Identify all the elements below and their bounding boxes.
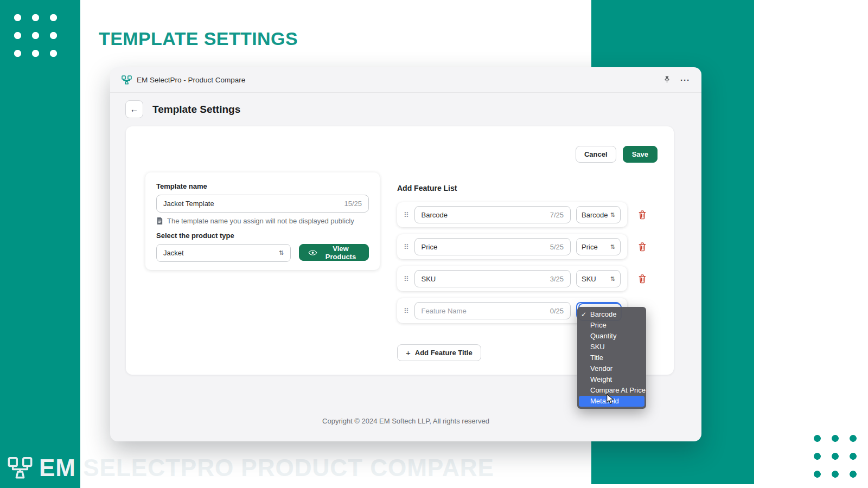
menu-item-label: Vendor — [590, 364, 612, 373]
drag-handle-icon[interactable]: ⠿ — [404, 307, 409, 314]
panel-actions: Cancel Save — [576, 146, 658, 163]
product-type-value: Jacket — [163, 249, 184, 257]
menu-item-weight[interactable]: Weight — [577, 374, 646, 385]
drag-handle-icon[interactable]: ⠿ — [404, 275, 409, 282]
app-logo-watermark-icon — [8, 457, 33, 479]
watermark: EM SELECTPRO PRODUCT COMPARE — [8, 454, 494, 481]
window-title: EM SelectPro - Product Compare — [137, 76, 245, 84]
feature-counter: 3/25 — [550, 275, 564, 283]
note-icon — [156, 217, 163, 225]
menu-item-label: SKU — [590, 343, 605, 351]
eye-icon — [308, 249, 317, 256]
check-icon: ✓ — [581, 309, 586, 320]
select-updown-icon: ⇅ — [279, 249, 284, 256]
feature-counter: 7/25 — [550, 211, 564, 219]
watermark-text: EM SELECTPRO PRODUCT COMPARE — [39, 454, 494, 481]
menu-item-title[interactable]: Title — [577, 352, 646, 363]
menu-item-label: Compare At Price — [590, 386, 646, 394]
menu-item-vendor[interactable]: Vendor — [577, 363, 646, 374]
feature-name-input[interactable] — [422, 307, 546, 315]
feature-type-select[interactable]: SKU ⇅ — [576, 270, 621, 287]
window-titlebar: EM SelectPro - Product Compare ··· — [110, 67, 701, 93]
plus-icon: + — [406, 348, 411, 357]
feature-type-value: Price — [582, 243, 598, 251]
product-type-select[interactable]: Jacket ⇅ — [156, 244, 291, 262]
menu-item-label: Metafield — [590, 397, 619, 405]
feature-counter: 5/25 — [550, 243, 564, 251]
helper-text: The template name you assign will not be… — [167, 217, 354, 225]
menu-item-price[interactable]: Price — [577, 320, 646, 331]
more-menu-icon[interactable]: ··· — [680, 76, 690, 84]
dot-grid-top-left — [9, 9, 62, 62]
feature-row: ⠿ 5/25 Price ⇅ — [397, 234, 627, 259]
slide: TEMPLATE SETTINGS EM SELECTPRO PRODUCT C… — [0, 0, 868, 488]
feature-type-value: SKU — [582, 275, 596, 283]
feature-type-select[interactable]: Price ⇅ — [576, 238, 621, 255]
feature-list-heading: Add Feature List — [397, 184, 652, 192]
menu-item-barcode[interactable]: ✓ Barcode — [577, 309, 646, 320]
drag-handle-icon[interactable]: ⠿ — [404, 243, 409, 251]
menu-item-label: Quantity — [590, 332, 616, 340]
feature-counter: 0/25 — [550, 307, 564, 315]
copyright-text: Copyright © 2024 EM Softech LLP, All rig… — [110, 417, 701, 425]
feature-name-input[interactable] — [422, 275, 546, 283]
product-type-label: Select the product type — [156, 232, 369, 240]
template-name-helper: The template name you assign will not be… — [156, 217, 369, 225]
feature-row: ⠿ 7/25 Barcode ⇅ — [397, 202, 627, 227]
view-products-button[interactable]: View Products — [299, 244, 369, 261]
back-button[interactable]: ← — [125, 100, 143, 118]
select-updown-icon: ⇅ — [610, 275, 615, 282]
menu-item-label: Weight — [590, 375, 612, 383]
save-button[interactable]: Save — [623, 146, 658, 163]
feature-type-value: Barcode — [582, 211, 608, 219]
template-form-card: Template name 15/25 The template name yo… — [145, 172, 380, 270]
delete-feature-icon[interactable] — [638, 274, 647, 284]
pin-icon[interactable] — [663, 75, 671, 84]
delete-feature-icon[interactable] — [638, 242, 647, 252]
drag-handle-icon[interactable]: ⠿ — [404, 211, 409, 219]
select-updown-icon: ⇅ — [610, 211, 615, 219]
left-teal-bar — [0, 0, 80, 488]
app-logo-icon — [122, 75, 132, 85]
menu-item-label: Barcode — [590, 310, 616, 318]
menu-item-label: Price — [590, 321, 607, 329]
feature-name-field[interactable]: 0/25 — [414, 302, 571, 319]
template-name-counter: 15/25 — [344, 200, 362, 208]
page-title: TEMPLATE SETTINGS — [99, 28, 298, 49]
add-feature-title-label: Add Feature Title — [415, 349, 473, 357]
feature-name-field[interactable]: 3/25 — [414, 270, 571, 287]
window-subheader: ← Template Settings — [110, 93, 701, 126]
feature-name-input[interactable] — [422, 243, 546, 251]
template-name-label: Template name — [156, 182, 369, 190]
back-arrow-icon: ← — [130, 105, 139, 114]
menu-item-quantity[interactable]: Quantity — [577, 331, 646, 342]
feature-type-select[interactable]: Barcode ⇅ — [576, 206, 621, 223]
menu-item-sku[interactable]: SKU — [577, 342, 646, 352]
select-updown-icon: ⇅ — [610, 243, 615, 251]
feature-row: ⠿ 3/25 SKU ⇅ — [397, 266, 627, 291]
template-name-field[interactable]: 15/25 — [156, 195, 369, 213]
cancel-button[interactable]: Cancel — [576, 146, 616, 163]
add-feature-title-button[interactable]: + Add Feature Title — [397, 344, 481, 361]
delete-feature-icon[interactable] — [638, 210, 647, 220]
feature-name-input[interactable] — [422, 211, 546, 219]
view-products-label: View Products — [322, 245, 360, 261]
mouse-cursor-icon — [606, 394, 614, 405]
menu-item-label: Title — [590, 354, 603, 362]
template-name-input[interactable] — [163, 200, 340, 208]
feature-name-field[interactable]: 7/25 — [414, 206, 571, 223]
window-heading: Template Settings — [152, 104, 240, 115]
dot-grid-bottom-right — [808, 429, 862, 483]
feature-name-field[interactable]: 5/25 — [414, 238, 571, 255]
